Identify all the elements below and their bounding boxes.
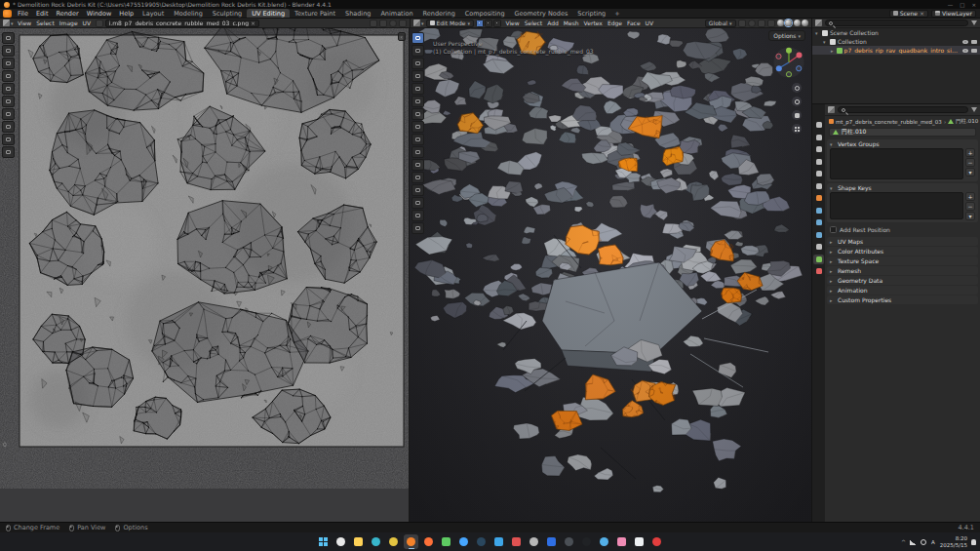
properties-tab-tool[interactable]	[813, 120, 824, 130]
browse-image-icon[interactable]	[96, 20, 103, 27]
properties-search-field[interactable]	[838, 106, 968, 113]
rendered-shading-icon[interactable]	[802, 20, 808, 26]
collapsed-panel-header[interactable]: ▸ Texture Space	[827, 256, 978, 265]
window-control-button[interactable]: ×	[971, 2, 976, 8]
uv-tool-measure-button[interactable]	[2, 146, 15, 158]
window-control-button[interactable]: □	[960, 2, 964, 8]
properties-tab-constraints[interactable]	[813, 242, 824, 252]
options-dropdown[interactable]: Options ▾	[768, 30, 805, 41]
collapsed-panel-header[interactable]: ▸ Remesh	[827, 266, 978, 275]
mode-dropdown[interactable]: Edit Mode ▾	[426, 20, 474, 27]
taskbar-telegram-icon[interactable]	[597, 534, 611, 549]
overlays-icon[interactable]	[399, 20, 407, 27]
volume-icon[interactable]	[921, 539, 926, 545]
collapsed-panel-header[interactable]: ▸ Geometry Data	[827, 276, 978, 285]
viewport-tool-move-button[interactable]	[412, 70, 424, 82]
properties-tab-scene[interactable]	[813, 169, 824, 178]
filter-icon[interactable]	[971, 20, 977, 25]
taskbar-wechat-icon[interactable]	[439, 534, 453, 549]
shape-keys-panel-header[interactable]: ▾ Shape Keys	[827, 183, 978, 192]
taskbar-search-icon[interactable]	[333, 534, 348, 549]
taskbar-bilibili-icon[interactable]	[614, 534, 629, 549]
viewport-tool-scale-button[interactable]	[412, 96, 424, 107]
taskbar-file-explorer-icon[interactable]	[351, 534, 366, 549]
notification-icon[interactable]	[971, 539, 976, 545]
view-layer-selector[interactable]: ViewLayer	[931, 10, 976, 18]
taskbar-settings-icon[interactable]	[527, 534, 541, 549]
taskbar-start-icon[interactable]	[316, 534, 331, 549]
viewport-tool-loop-cut-button[interactable]	[412, 197, 424, 209]
workspace-tab[interactable]: Compositing	[460, 9, 510, 18]
wireframe-shading-icon[interactable]	[777, 20, 784, 26]
breadcrumb-data-name[interactable]: 円柱.010	[956, 118, 978, 125]
main-menu-item[interactable]: Render	[52, 10, 82, 18]
taskbar-vscode-icon[interactable]	[491, 534, 506, 549]
taskbar-obs-icon[interactable]	[562, 534, 576, 549]
collapsed-panel-header[interactable]: ▸ UV Maps	[827, 237, 978, 246]
taskbar-edge-icon[interactable]	[369, 534, 383, 549]
outliner-row[interactable]: ▸ p7_debris_rip_rav_quadbank_intro_siege…	[812, 46, 980, 55]
viewport-tool-annotate-button[interactable]	[412, 121, 424, 133]
hide-viewport-icon[interactable]	[962, 40, 968, 44]
viewport-tool-add-cube-button[interactable]	[412, 146, 424, 158]
face-select-icon[interactable]	[493, 20, 501, 27]
navigation-gizmo[interactable]	[772, 46, 805, 79]
taskbar-github-icon[interactable]	[579, 534, 594, 549]
uv-tool-cursor-2d-button[interactable]	[2, 83, 15, 95]
breadcrumb-object-name[interactable]: mt_p7_debris_concrete_rubble_med_03	[836, 119, 942, 125]
uv-menu-item[interactable]: Image	[57, 20, 80, 26]
add-vertex-group-button[interactable]: +	[965, 148, 975, 157]
remove-shape-key-button[interactable]: −	[965, 202, 975, 211]
disclosure-arrow-icon[interactable]: ▸	[831, 48, 835, 54]
properties-tab-particles[interactable]	[813, 217, 824, 227]
viewport-tool-measure-button[interactable]	[412, 134, 424, 145]
toggle-perspective-icon[interactable]	[792, 124, 802, 134]
outliner-row[interactable]: ▾ Collection	[812, 37, 980, 46]
disable-render-icon[interactable]	[971, 40, 977, 44]
viewport-tool-knife-button[interactable]	[412, 210, 424, 221]
viewport-menu-item[interactable]: Select	[522, 20, 545, 26]
workspace-tab[interactable]: Scripting	[572, 9, 610, 18]
uv-tool-select-circle-button[interactable]	[2, 58, 15, 69]
solid-shading-icon[interactable]	[785, 20, 792, 26]
add-rest-position-checkbox[interactable]	[830, 226, 837, 233]
collapsed-panel-header[interactable]: ▸ Color Attributes	[827, 247, 978, 256]
workspace-tab[interactable]: Modeling	[169, 9, 208, 18]
properties-tab-physics[interactable]	[813, 230, 824, 240]
taskbar-qq-icon[interactable]	[456, 534, 471, 549]
properties-tab-modifiers[interactable]	[813, 206, 824, 216]
network-icon[interactable]	[910, 539, 917, 545]
ime-indicator[interactable]: A	[930, 539, 936, 545]
properties-tab-render[interactable]	[813, 133, 824, 142]
viewport-menu-item[interactable]: Add	[545, 20, 562, 26]
uv-tool-select-box-button[interactable]	[2, 45, 15, 57]
workspace-tab[interactable]: Texture Paint	[290, 9, 340, 18]
vertex-group-specials-button[interactable]: ▾	[965, 168, 975, 177]
viewport-tool-poly-build-button[interactable]	[412, 222, 424, 234]
scene-selector[interactable]: Scene ×	[889, 10, 928, 18]
pivot-point-icon[interactable]	[370, 20, 377, 27]
uv-tool-tweak-button[interactable]	[2, 32, 15, 44]
viewport-tool-bevel-button[interactable]	[412, 184, 424, 196]
add-shape-key-button[interactable]: +	[965, 192, 975, 201]
properties-tab-material[interactable]	[813, 266, 824, 276]
taskbar-capcut-icon[interactable]	[632, 534, 647, 549]
uv-tool-annotate-button[interactable]	[2, 134, 15, 145]
workspace-tab[interactable]: Sculpting	[208, 9, 247, 18]
disclosure-arrow-icon[interactable]: ▾	[823, 39, 828, 45]
uv-sidebar-toggle[interactable]: ‹	[398, 32, 406, 41]
viewport-render[interactable]	[410, 28, 811, 522]
properties-type-dropdown[interactable]	[828, 106, 835, 113]
viewport-editor-type-dropdown[interactable]: ▾	[413, 20, 424, 26]
vertex-groups-list[interactable]	[830, 148, 963, 179]
workspace-tab[interactable]: Layout	[137, 9, 169, 18]
uv-texture-view[interactable]	[0, 28, 410, 522]
taskbar-blender-icon[interactable]	[404, 534, 418, 549]
properties-tab-object-data[interactable]	[813, 255, 824, 264]
workspace-tab[interactable]: Shading	[340, 9, 375, 18]
uv-tool-rotate-button[interactable]	[2, 108, 15, 120]
taskbar-steam-icon[interactable]	[474, 534, 489, 549]
disclosure-arrow-icon[interactable]: ▾	[815, 30, 820, 36]
workspace-tab[interactable]: Rendering	[418, 9, 460, 18]
outliner-type-dropdown[interactable]	[815, 20, 822, 26]
